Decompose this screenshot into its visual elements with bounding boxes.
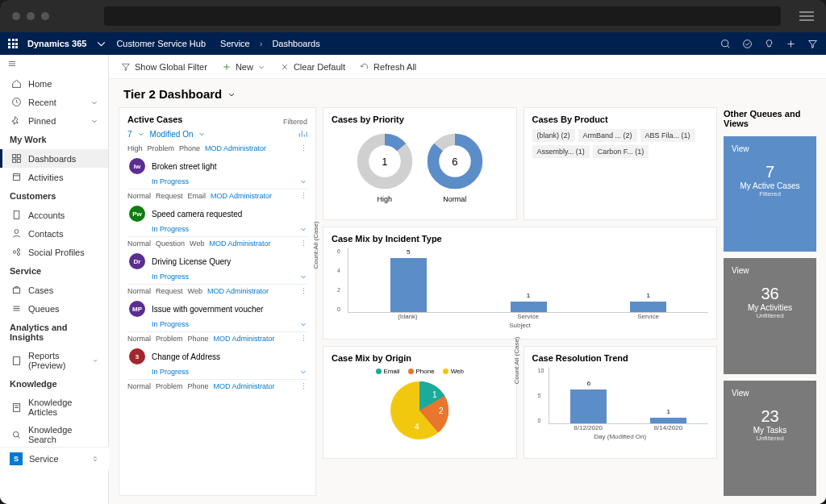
sidebar: Home Recent Pinned My Work Dashboards Ac…: [0, 55, 109, 504]
svg-point-10: [17, 248, 19, 251]
sidebar-item-cases[interactable]: Cases: [0, 281, 108, 299]
filter-icon[interactable]: [807, 39, 818, 49]
y-axis-label: Count:All (Case): [512, 336, 519, 384]
owner-link[interactable]: MOD Administrator: [205, 144, 266, 152]
breadcrumb-part[interactable]: Service: [220, 39, 250, 48]
product-tag[interactable]: Assembly... (1): [532, 145, 590, 158]
chevron-down-icon: [299, 320, 307, 328]
case-icon: [11, 285, 22, 295]
clear-default-button[interactable]: Clear Default: [280, 62, 345, 72]
tile-my-activities[interactable]: View 36 My Activities Unfiltered: [724, 258, 816, 373]
incident-type-card: Case Mix by Incident Type Count:All (Cas…: [323, 227, 717, 339]
browser-menu-icon[interactable]: [799, 11, 814, 21]
owner-link[interactable]: MOD Administrator: [214, 382, 275, 390]
sidebar-label: Activities: [28, 173, 63, 182]
sidebar-item-home[interactable]: Home: [0, 74, 108, 93]
sidebar-collapse-toggle[interactable]: [0, 55, 108, 74]
sidebar-item-recent[interactable]: Recent: [0, 93, 108, 111]
chevron-down-icon: [92, 356, 98, 364]
donut-normal[interactable]: 6 Normal: [426, 132, 484, 203]
sidebar-item-contacts[interactable]: Contacts: [0, 224, 108, 243]
case-status-row[interactable]: In Progress: [127, 271, 307, 285]
product-tag[interactable]: (blank) (2): [532, 129, 575, 142]
area-switcher[interactable]: S Service: [0, 447, 109, 470]
show-global-filter-button[interactable]: Show Global Filter: [121, 62, 207, 72]
case-row[interactable]: IwBroken street light: [127, 155, 307, 176]
pie-chart[interactable]: 1 2 4: [387, 378, 452, 443]
chevron-down-icon: [257, 63, 265, 71]
x-axis-label: Day (Modified On): [532, 433, 709, 440]
case-row[interactable]: MPIssue with government voucher: [127, 298, 307, 319]
chart-toggle-icon[interactable]: [298, 129, 307, 139]
more-icon[interactable]: ⋮: [300, 192, 307, 200]
product-tag[interactable]: ArmBand ... (2): [578, 129, 637, 142]
sort-field[interactable]: Modified On: [150, 130, 194, 139]
product-tag[interactable]: Carbon F... (1): [593, 145, 649, 158]
case-row[interactable]: PwSpeed camera requested: [127, 202, 307, 223]
sidebar-item-reports[interactable]: Reports (Preview): [0, 347, 108, 374]
chevron-down-icon[interactable]: [198, 130, 206, 138]
more-icon[interactable]: ⋮: [300, 144, 307, 152]
report-icon: [11, 356, 22, 366]
more-icon[interactable]: ⋮: [300, 240, 307, 248]
svg-text:4: 4: [415, 423, 419, 431]
donut-high[interactable]: 1 High: [356, 132, 414, 203]
owner-link[interactable]: MOD Administrator: [209, 240, 270, 248]
card-title: Active Cases: [127, 115, 183, 124]
resolution-bar-chart[interactable]: 1050 6 1: [549, 368, 709, 424]
case-row[interactable]: DrDriving License Query: [127, 250, 307, 271]
tile-my-active-cases[interactable]: View 7 My Active Cases Filtered: [724, 136, 816, 252]
search-doc-icon: [11, 430, 22, 440]
browser-chrome: [0, 0, 826, 32]
add-icon[interactable]: [786, 39, 796, 49]
case-status-row[interactable]: In Progress: [127, 366, 307, 380]
chevron-down-icon[interactable]: [137, 130, 145, 138]
owner-link[interactable]: MOD Administrator: [211, 192, 272, 200]
task-icon[interactable]: [742, 39, 753, 49]
new-button[interactable]: New: [222, 62, 265, 72]
case-status-row[interactable]: In Progress: [127, 223, 307, 237]
page-title[interactable]: Tier 2 Dashboard: [109, 79, 826, 107]
case-status-row[interactable]: In Progress: [127, 176, 307, 190]
sidebar-item-knowledge-articles[interactable]: Knowledge Articles: [0, 394, 108, 421]
sidebar-item-social[interactable]: Social Profiles: [0, 243, 108, 261]
chevron-down-icon[interactable]: [96, 39, 106, 49]
clock-icon: [11, 97, 22, 107]
product-tag[interactable]: ABS Fila... (1): [640, 129, 695, 142]
tile-my-tasks[interactable]: View 23 My Tasks Unfiltered: [724, 381, 816, 496]
sidebar-item-queues[interactable]: Queues: [0, 299, 108, 318]
lightbulb-icon[interactable]: [764, 39, 774, 49]
sidebar-item-accounts[interactable]: Accounts: [0, 206, 108, 224]
y-axis-label: Count:All (Case): [312, 221, 319, 269]
svg-point-15: [13, 431, 19, 437]
svg-point-0: [722, 40, 728, 46]
chevron-down-icon: [90, 117, 98, 125]
card-title: Cases by Priority: [332, 115, 508, 124]
sidebar-item-knowledge-search[interactable]: Knowledge Search: [0, 421, 108, 448]
case-row[interactable]: 3Change of Address: [127, 345, 307, 366]
owner-link[interactable]: MOD Administrator: [207, 287, 269, 295]
search-icon[interactable]: [720, 39, 731, 49]
case-list[interactable]: HighProblemPhoneMOD Administrator⋮IwBrok…: [127, 142, 307, 393]
more-icon[interactable]: ⋮: [300, 335, 307, 343]
breadcrumb-part[interactable]: Dashboards: [272, 39, 319, 48]
sidebar-item-activities[interactable]: Activities: [0, 168, 108, 186]
app-name[interactable]: Customer Service Hub: [116, 39, 206, 48]
case-meta-row: HighProblemPhoneMOD Administrator⋮: [127, 142, 307, 155]
url-bar[interactable]: [104, 6, 781, 26]
app-launcher-icon[interactable]: [8, 39, 18, 48]
article-icon: [11, 402, 22, 413]
svg-rect-12: [13, 288, 19, 294]
product-name[interactable]: Dynamics 365: [27, 39, 86, 48]
case-status-row[interactable]: In Progress: [127, 319, 307, 332]
more-icon[interactable]: ⋮: [300, 382, 307, 390]
owner-link[interactable]: MOD Administrator: [214, 335, 275, 343]
refresh-all-button[interactable]: Refresh All: [360, 62, 416, 72]
incident-bar-chart[interactable]: 6420 5 1 1: [348, 248, 708, 313]
sidebar-label: Queues: [28, 304, 60, 314]
more-icon[interactable]: ⋮: [300, 287, 307, 295]
svg-rect-4: [17, 155, 20, 158]
cases-by-priority-card: Cases by Priority 1 High 6 Normal: [323, 107, 517, 220]
sidebar-item-pinned[interactable]: Pinned: [0, 111, 108, 130]
sidebar-item-dashboards[interactable]: Dashboards: [0, 149, 108, 168]
